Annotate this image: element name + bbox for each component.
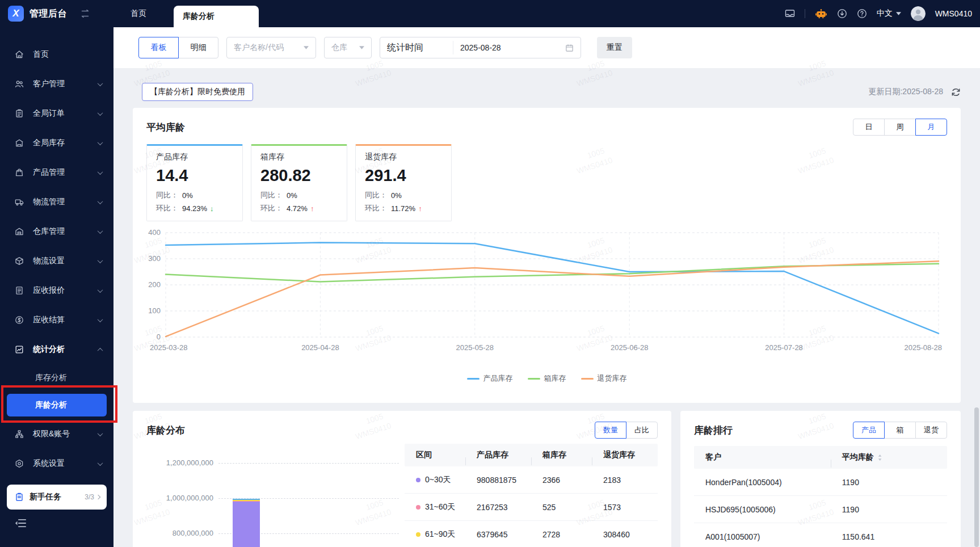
column-header-0[interactable]: 客户 <box>694 452 831 462</box>
message-icon[interactable] <box>785 9 795 19</box>
sidebar-item-6[interactable]: 仓库管理 <box>0 217 113 246</box>
box-icon <box>15 256 24 266</box>
sidebar-item-8[interactable]: 应收报价 <box>0 276 113 305</box>
collapse-sidebar-icon[interactable] <box>15 519 27 528</box>
table-row-1[interactable]: 31~60天21672535251573 <box>405 494 658 521</box>
sidebar-item-7[interactable]: 物流设置 <box>0 246 113 276</box>
warehouse-icon <box>15 227 24 236</box>
column-header-3[interactable]: 退货库存 <box>592 450 658 460</box>
language-switcher[interactable]: 中文 <box>877 9 901 19</box>
bar-ytick-label: 800,000,000 <box>146 529 213 537</box>
bottom-row: 库龄分布 数量占比 1,200,000,0001,000,000,000800,… <box>133 411 961 547</box>
customer-select[interactable]: 客户名称/代码 <box>226 37 316 58</box>
mom-label: 环比： <box>365 203 391 213</box>
navbar-actions: 中文 WMS0410 <box>785 0 980 27</box>
sidebar-item-9[interactable]: 应收结算 <box>0 305 113 335</box>
chevron-down-icon <box>304 46 309 49</box>
sidebar-item-12[interactable]: 系统设置 <box>0 449 113 478</box>
legend-item-1[interactable]: 箱库存 <box>528 373 566 384</box>
period-option-2[interactable]: 月 <box>915 119 947 136</box>
page-scrollbar-thumb[interactable] <box>974 407 979 547</box>
range-label: 0~30天 <box>425 475 451 485</box>
tab-inventory-age[interactable]: 库龄分析 <box>174 6 259 27</box>
sidebar-item-5[interactable]: 物流管理 <box>0 187 113 217</box>
avatar[interactable] <box>911 6 926 21</box>
brand-logo[interactable]: X <box>8 6 24 22</box>
reset-button[interactable]: 重置 <box>597 37 632 58</box>
ranking-type-option-0[interactable]: 产品 <box>853 422 885 439</box>
trend-up-icon: ↑ <box>418 204 422 213</box>
column-header-1[interactable]: 产品库存 <box>465 450 531 460</box>
help-icon[interactable] <box>857 9 867 19</box>
inventory-icon <box>15 138 24 148</box>
svg-text:2025-03-28: 2025-03-28 <box>150 343 188 352</box>
sidebar-item-11[interactable]: 权限&账号 <box>0 419 113 449</box>
table-row-2[interactable]: 61~90天63796452728308460 <box>405 521 658 547</box>
date-picker[interactable]: 2025-08-28 <box>453 43 581 52</box>
warehouse-select[interactable]: 仓库 <box>324 37 372 58</box>
period-option-1[interactable]: 周 <box>884 119 916 136</box>
svg-text:2025-07-28: 2025-07-28 <box>765 343 803 352</box>
sidebar-item-label: 物流管理 <box>33 197 65 207</box>
view-option-1[interactable]: 明细 <box>178 37 218 58</box>
sort-icon[interactable] <box>877 454 883 461</box>
ranking-type-option-2[interactable]: 退货 <box>915 422 947 439</box>
mom-value: 11.72% <box>391 204 415 213</box>
newbie-task-card[interactable]: 新手任务 3/3 <box>7 485 107 510</box>
table-header: 客户平均库龄 <box>694 446 947 469</box>
tab-bar: 首页 库龄分析 <box>113 0 785 27</box>
ranking-type-option-1[interactable]: 箱 <box>884 422 916 439</box>
sidebar-item-label: 应收报价 <box>33 285 65 296</box>
yoy-metric: 同比：0% <box>156 190 233 200</box>
table-row-1[interactable]: HSJD695(1005006)1190 <box>694 496 947 523</box>
legend-swatch <box>467 378 480 380</box>
column-header-2[interactable]: 箱库存 <box>531 450 592 460</box>
tab-home[interactable]: 首页 <box>124 0 153 27</box>
sidebar-item-label: 客户管理 <box>33 79 65 89</box>
mode-option-0[interactable]: 数量 <box>595 422 626 439</box>
ranking-title: 库龄排行 <box>694 424 733 437</box>
column-header-1[interactable]: 平均库龄 <box>831 452 947 462</box>
svg-text:2025-08-28: 2025-08-28 <box>905 343 943 352</box>
table-row-0[interactable]: HonderPan(1005004)1190 <box>694 469 947 496</box>
value-cell: HonderPan(1005004) <box>694 478 831 487</box>
order-icon <box>15 109 24 118</box>
switch-workspace-icon[interactable] <box>79 10 91 18</box>
download-icon[interactable] <box>837 9 847 19</box>
column-header-label: 平均库龄 <box>842 452 874 462</box>
average-age-title: 平均库龄 <box>146 121 185 134</box>
app-title: 管理后台 <box>30 8 67 20</box>
period-toggle: 日周月 <box>853 119 947 136</box>
legend-item-2[interactable]: 退货库存 <box>581 373 627 384</box>
sidebar-item-4[interactable]: 产品管理 <box>0 158 113 187</box>
sidebar-item-3[interactable]: 全局库存 <box>0 128 113 158</box>
range-label: 61~90天 <box>425 529 455 540</box>
collapse-sidebar-row <box>7 519 107 530</box>
view-option-0[interactable]: 看板 <box>138 37 179 58</box>
stat-card-1: 箱库存280.82同比：0%环比：4.72%↑ <box>251 144 347 221</box>
sidebar-footer: 新手任务 3/3 <box>7 485 107 530</box>
sidebar-item-label: 全局库存 <box>33 138 65 148</box>
value-cell: 6379645 <box>465 530 531 539</box>
sidebar-subitem-10-1[interactable]: 库龄分析 <box>7 394 107 416</box>
chevron-down-icon <box>896 12 901 15</box>
table-row-0[interactable]: 0~30天98088187523662183 <box>405 466 658 494</box>
period-option-0[interactable]: 日 <box>853 119 885 136</box>
mom-label: 环比： <box>260 203 287 213</box>
refresh-icon[interactable] <box>951 87 961 97</box>
sidebar-subitem-label: 库存分析 <box>35 373 67 383</box>
sidebar-item-10[interactable]: 统计分析 <box>0 335 113 364</box>
legend-item-0[interactable]: 产品库存 <box>467 373 513 384</box>
sidebar-item-2[interactable]: 全局订单 <box>0 99 113 128</box>
age-distribution-bar-chart: 1,200,000,0001,000,000,000800,000,000 <box>146 443 405 547</box>
chevron-down-icon <box>98 460 103 466</box>
promo-chip[interactable]: 【库龄分析】限时免费使用 <box>142 83 253 101</box>
column-header-0[interactable]: 区间 <box>405 450 465 460</box>
table-row-2[interactable]: A001(1005007)1150.641 <box>694 523 947 547</box>
sidebar-subitem-10-0[interactable]: 库存分析 <box>0 364 113 391</box>
assistant-robot-icon[interactable] <box>815 8 827 19</box>
sidebar-item-0[interactable]: 首页 <box>0 40 113 69</box>
mode-option-1[interactable]: 占比 <box>626 422 658 439</box>
sidebar-item-1[interactable]: 客户管理 <box>0 69 113 99</box>
time-type-select[interactable]: 统计时间 <box>380 42 453 54</box>
